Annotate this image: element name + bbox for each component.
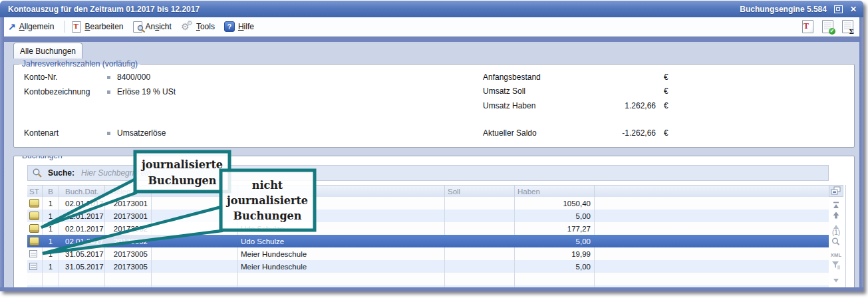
column-header-b[interactable]: B xyxy=(43,186,59,198)
window-title: Kontoauszug für den Zeitraum 01.2017 bis… xyxy=(0,5,200,14)
menu-separator xyxy=(65,21,65,33)
umsatz-soll-label: Umsatz Soll xyxy=(483,86,525,96)
empty-row xyxy=(27,273,829,285)
journalized-icon xyxy=(29,199,39,208)
currency-symbol: € xyxy=(664,73,668,82)
umsatz-haben-value: 1.262,66 xyxy=(549,101,656,110)
column-header-st[interactable]: ST xyxy=(27,186,43,198)
konto-nr-value: 8400/000 xyxy=(117,73,150,82)
currency-symbol: € xyxy=(664,128,668,138)
window-border-right xyxy=(859,17,863,288)
document-sum-icon[interactable]: Σ xyxy=(842,20,853,33)
kontobezeichnung-label: Kontobezeichnung xyxy=(24,87,90,96)
journalized-icon xyxy=(29,237,39,245)
edit-document-icon[interactable]: T xyxy=(802,20,813,33)
table-row[interactable]: 1 02.01.2017 20173002 Udo Schulze 177,27 xyxy=(27,222,829,235)
window-border-left xyxy=(0,17,4,288)
summary-groupbox: Jahresverkehrszahlen (vorläufig) Konto-N… xyxy=(13,64,855,148)
tab-alle-buchungen[interactable]: Alle Buchungen xyxy=(13,43,82,59)
column-header-empty[interactable] xyxy=(152,186,238,198)
bookings-legend: Buchungen xyxy=(19,156,65,161)
restore-window-button[interactable] xyxy=(834,5,843,13)
umsatz-haben-label: Umsatz Haben xyxy=(483,101,535,110)
edit-document-icon: T xyxy=(72,21,81,33)
konto-nr-label: Konto-Nr. xyxy=(24,73,58,82)
window-band xyxy=(0,37,863,42)
column-header-beleg[interactable]: Beleg xyxy=(105,186,152,198)
table-row[interactable]: 1 31.05.2017 20173005 Meier Hundeschule … xyxy=(27,260,829,273)
kontenart-value: Umsatzerlöse xyxy=(117,128,166,138)
bookings-groupbox: Buchungen Suche: ST B Buch.Dat. Beleg So… xyxy=(13,156,855,289)
arrow-up-icon[interactable] xyxy=(829,210,843,221)
menu-bearbeiten[interactable]: T Bearbeiten xyxy=(72,21,123,33)
column-header-haben[interactable]: Haben xyxy=(515,186,595,198)
kontobezeichnung-value: Erlöse 19 % USt xyxy=(117,87,176,96)
currency-symbol: € xyxy=(664,101,668,110)
table-row[interactable]: 1 02.01.2017 20173001 5,00 xyxy=(27,210,829,222)
window-border-bottom xyxy=(0,287,863,291)
help-icon: ? xyxy=(224,21,235,32)
magnifier-icon[interactable] xyxy=(829,237,843,247)
jump-top-icon[interactable] xyxy=(829,200,843,211)
kontenart-label: Kontenart xyxy=(24,128,59,138)
search-icon xyxy=(32,168,43,178)
gears-icon: ⚙⚙ xyxy=(181,21,193,32)
table-row[interactable]: 1 02.01.2017 20173001 1050,40 xyxy=(27,197,829,210)
menu-hilfe[interactable]: ? Hilfe xyxy=(224,21,254,32)
column-header-filler xyxy=(595,186,829,198)
table-row-selected[interactable]: 1 02.01.2017 20173002 Udo Schulze 5,00 xyxy=(27,235,829,247)
journalized-icon xyxy=(29,224,39,233)
arrow-up-right-icon: ↗ xyxy=(8,22,16,31)
column-header-soll[interactable]: Soll xyxy=(445,186,515,198)
summary-legend: Jahresverkehrszahlen (vorläufig) xyxy=(19,59,140,69)
unjournalized-icon xyxy=(29,250,37,257)
anfangsbestand-label: Anfangsbestand xyxy=(483,73,541,82)
column-header-date[interactable]: Buch.Dat. xyxy=(59,186,105,198)
search-input[interactable] xyxy=(80,168,828,178)
menu-allgemein[interactable]: ↗ Allgemein xyxy=(8,22,54,31)
filter-icon[interactable] xyxy=(829,260,843,271)
search-bar: Suche: xyxy=(27,165,829,181)
document-check-icon[interactable]: ✓ xyxy=(822,20,833,33)
aktueller-saldo-label: Aktueller Saldo xyxy=(483,128,537,138)
journalized-icon xyxy=(29,212,39,220)
titlebar: Kontoauszug für den Zeitraum 01.2017 bis… xyxy=(0,1,863,17)
bullet-icon xyxy=(107,132,110,135)
bullet-icon xyxy=(107,90,110,94)
table-row[interactable]: 1 31.05.2017 20173005 Meier Hundeschule … xyxy=(27,247,829,260)
close-window-button[interactable]: ✕ xyxy=(850,5,857,14)
triangle-down-icon[interactable] xyxy=(829,275,843,285)
magnifier-document-icon xyxy=(133,21,142,33)
table-header: ST B Buch.Dat. Beleg Soll Haben xyxy=(27,185,829,198)
unjournalized-icon xyxy=(29,263,37,270)
column-header-text[interactable] xyxy=(238,186,445,198)
search-label: Suche: xyxy=(48,168,74,178)
menu-tools[interactable]: ⚙⚙ Tools xyxy=(181,21,215,32)
bullet-icon xyxy=(107,76,110,79)
menu-ansicht[interactable]: Ansicht xyxy=(133,21,172,33)
currency-symbol: € xyxy=(664,86,668,96)
menubar: ↗ Allgemein T Bearbeiten Ansicht ⚙⚙ Tool… xyxy=(0,17,863,37)
app-version-label: Buchungsengine 5.584 xyxy=(740,5,827,14)
aktueller-saldo-value: -1.262,66 xyxy=(549,128,656,138)
table-side-toolbar: (1) XML xyxy=(829,156,843,288)
app-window: Kontoauszug für den Zeitraum 01.2017 bis… xyxy=(0,1,863,291)
side-toolbar-separator xyxy=(845,185,846,288)
